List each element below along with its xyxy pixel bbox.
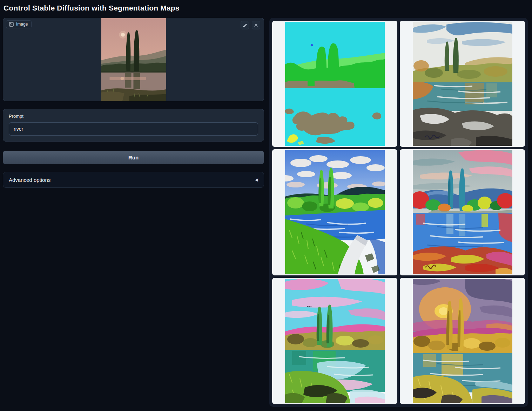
collapse-arrow-icon: ◀ <box>255 177 258 182</box>
gallery-image-bright-oil <box>285 150 385 274</box>
controls-column: Image Prompt <box>3 18 264 188</box>
gallery-item-1[interactable] <box>272 21 397 147</box>
image-label-chip: Image <box>6 20 32 28</box>
result-gallery <box>269 18 528 407</box>
gallery-image-watercolor <box>413 22 512 146</box>
gallery-item-3[interactable] <box>272 149 397 275</box>
prompt-panel: Prompt <box>3 109 264 142</box>
clear-image-button[interactable] <box>252 21 260 29</box>
app-page: Control Stable Diffusion with Segmentati… <box>0 0 532 410</box>
close-icon <box>254 23 258 27</box>
gallery-image-expressionist <box>413 150 512 274</box>
run-button[interactable]: Run <box>3 151 264 164</box>
advanced-options-label: Advanced options <box>9 177 50 183</box>
image-input-component: Image <box>3 18 264 101</box>
gallery-image-golden-sunset <box>413 279 512 403</box>
gallery-item-5[interactable] <box>272 278 397 404</box>
gallery-item-2[interactable] <box>400 21 525 147</box>
prompt-label: Prompt <box>9 114 258 119</box>
input-image-thumbnail <box>101 18 166 101</box>
main-layout: Image Prompt <box>3 18 529 407</box>
image-toolbar <box>241 21 260 29</box>
gallery-item-6[interactable] <box>400 278 525 404</box>
prompt-input[interactable] <box>9 122 258 136</box>
gallery-image-pink-sunset <box>285 279 385 403</box>
image-icon <box>9 22 14 27</box>
advanced-options-accordion[interactable]: Advanced options ◀ <box>3 172 264 188</box>
image-label: Image <box>16 22 28 27</box>
gallery-item-4[interactable] <box>400 149 525 275</box>
pencil-icon <box>243 23 247 28</box>
edit-image-button[interactable] <box>241 21 249 29</box>
page-title: Control Stable Diffusion with Segmentati… <box>4 4 529 12</box>
gallery-image-segmentation-map <box>285 22 385 146</box>
